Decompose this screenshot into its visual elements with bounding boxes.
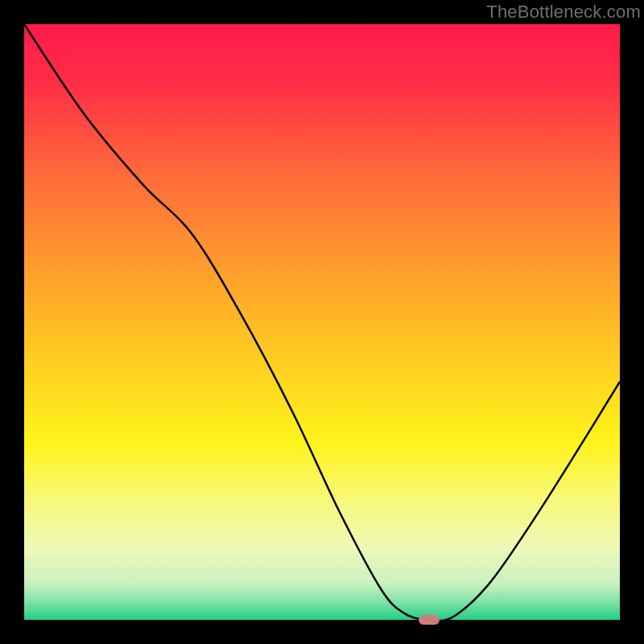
watermark-text: TheBottleneck.com	[486, 2, 641, 23]
plot-area	[24, 24, 620, 620]
chart-frame: TheBottleneck.com	[0, 0, 644, 644]
min-marker	[419, 615, 440, 625]
curve-line	[24, 24, 620, 620]
